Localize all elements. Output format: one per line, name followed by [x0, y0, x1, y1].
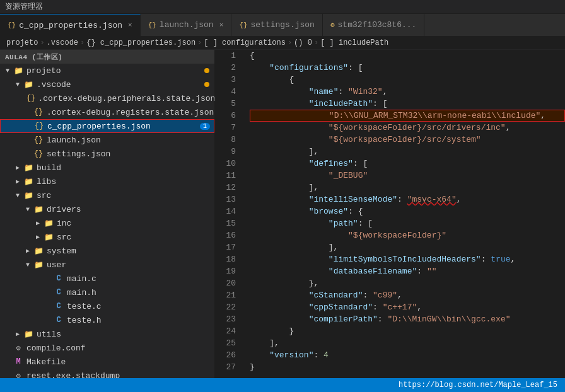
code-text: ], [250, 337, 279, 349]
folder-icon: 📁 [23, 191, 34, 200]
tree-label: .cortex-debug.peripherals.state.json [38, 94, 214, 103]
tree-item-cortex-peripherals[interactable]: ▶ {} .cortex-debug.peripherals.state.jso… [0, 91, 214, 105]
code-text: "limitSymbolsToIncludedHeaders": true, [250, 253, 515, 265]
code-text: ], [250, 182, 318, 193]
tree-item-utils[interactable]: ▶ 📁 utils [0, 327, 214, 341]
code-area[interactable]: 1 2 3 4 5 6 7 8 9 10 11 12 13 14 15 16 1… [214, 50, 565, 378]
top-bar-title: 资源管理器 [5, 1, 43, 12]
breadcrumb-part-3: {} c_cpp_properties.json [86, 38, 195, 47]
code-text: "version": 4 [250, 349, 329, 361]
tree-item-teste-c[interactable]: ▶ C teste.c [0, 299, 214, 313]
editor-area: 1 2 3 4 5 6 7 8 9 10 11 12 13 14 15 16 1… [214, 50, 565, 378]
tree-item-reset[interactable]: ▶ ⚙ reset.exe.stackdump [0, 369, 214, 378]
top-bar: 资源管理器 [0, 0, 565, 14]
tree-label: build [37, 163, 61, 173]
folder-icon: 📁 [43, 219, 54, 228]
code-line-18: "limitSymbolsToIncludedHeaders": true, [250, 253, 565, 265]
modified-badge: 1 [200, 123, 210, 130]
code-line-5: "includePath": [ [250, 98, 565, 110]
tree-label: settings.json [47, 149, 110, 159]
arrow-icon: ▼ [13, 81, 23, 88]
tree-label: teste.h [67, 316, 102, 325]
folder-icon: 📁 [43, 233, 54, 242]
breadcrumb-part-4: [ ] configurations [204, 38, 286, 47]
tree-item-system[interactable]: ▶ 📁 system [0, 244, 214, 258]
line-num-11: 11 [221, 170, 236, 182]
tree-item-src-inner[interactable]: ▶ 📁 src [0, 230, 214, 244]
tree-item-makefile[interactable]: ▶ M Makefile [0, 355, 214, 369]
code-text: "intelliSenseMode": "msvc-x64", [250, 193, 462, 205]
arrow-spacer: ▶ [3, 344, 13, 352]
code-text: ], [250, 241, 338, 253]
code-line-7: "${workspaceFolder}/src/drivers/inc", [250, 122, 565, 134]
sidebar-header-label: AULA4 (工作区) [5, 52, 62, 62]
tree-item-drivers[interactable]: ▼ 📁 drivers [0, 202, 214, 216]
tree-label: .cortex-debug.registers.state.json [47, 108, 214, 117]
code-text: "configurations": [ [250, 62, 363, 74]
tree-label: Makefile [26, 357, 66, 367]
code-line-2: "configurations": [ [250, 62, 565, 74]
modified-dot [204, 82, 209, 87]
code-line-13: "intelliSenseMode": "msvc-x64", [250, 193, 565, 205]
tree-item-inc[interactable]: ▶ 📁 inc [0, 216, 214, 230]
line-num-24: 24 [221, 325, 236, 337]
line-num-15: 15 [221, 217, 236, 229]
arrow-spacer: ▶ [43, 289, 53, 296]
tab-close-c-cpp[interactable]: × [128, 21, 132, 29]
arrow-icon: ▶ [33, 219, 43, 227]
tab-icon-c-cpp: {} [8, 21, 16, 29]
tree-item-libs[interactable]: ▶ 📁 libs [0, 175, 214, 188]
tab-c-cpp[interactable]: {} c_cpp_properties.json × [0, 14, 141, 36]
tab-close-launch[interactable]: × [219, 21, 224, 29]
tab-stm32[interactable]: ⚙ stm32f103c8t6... [323, 14, 424, 36]
tree-label: compile.conf [26, 343, 86, 353]
tree-label: libs [37, 177, 56, 187]
line-num-16: 16 [221, 229, 236, 241]
tree-item-main-h[interactable]: ▶ C main.h [0, 285, 214, 299]
code-content: { "configurations": [ { "name": "Win32", [243, 50, 565, 378]
code-line-27: } [250, 361, 565, 373]
line-num-21: 21 [221, 289, 236, 301]
tree-item-user[interactable]: ▼ 📁 user [0, 258, 214, 272]
tab-launch[interactable]: {} launch.json × [141, 14, 232, 36]
tree-label: system [47, 246, 76, 256]
line-num-26: 26 [221, 349, 236, 361]
tree-item-compile[interactable]: ▶ ⚙ compile.conf [0, 341, 214, 355]
arrow-spacer: ▶ [43, 316, 53, 324]
line-num-19: 19 [221, 265, 236, 277]
tree-label: projeto [26, 66, 61, 76]
json-icon: {} [33, 108, 44, 117]
code-line-16: "${workspaceFolder}" [250, 229, 565, 241]
breadcrumb-sep-5: › [314, 38, 318, 47]
line-num-3: 3 [221, 74, 236, 86]
sidebar-header: AULA4 (工作区) [0, 50, 214, 64]
tree-item-cortex-registers[interactable]: ▶ {} .cortex-debug.registers.state.json [0, 105, 214, 119]
tab-icon-settings: {} [239, 21, 247, 29]
code-line-14: "browse": { [250, 205, 565, 217]
arrow-spacer: ▶ [23, 150, 33, 158]
arrow-icon: ▶ [33, 233, 43, 241]
tab-bar: {} c_cpp_properties.json × {} launch.jso… [0, 14, 565, 36]
arrow-icon: ▼ [23, 206, 33, 213]
tree-item-c-cpp-properties[interactable]: ▶ {} c_cpp_properties.json 1 [0, 119, 214, 133]
arrow-icon: ▼ [13, 192, 23, 199]
arrow-icon: ▼ [3, 67, 13, 74]
tree-item-build[interactable]: ▶ 📁 build [0, 161, 214, 175]
breadcrumb: projeto › .vscode › {} c_cpp_properties.… [0, 36, 565, 50]
code-line-11: "_DEBUG" [250, 170, 565, 182]
code-line-19: "databaseFilename": "" [250, 265, 565, 277]
tree-item-settings[interactable]: ▶ {} settings.json [0, 147, 214, 161]
code-line-10: "defines": [ [250, 158, 565, 170]
tree-item-main-c[interactable]: ▶ C main.c [0, 272, 214, 285]
tree-item-launch[interactable]: ▶ {} launch.json [0, 133, 214, 147]
tree-item-src[interactable]: ▼ 📁 src [0, 188, 214, 202]
tree-item-projeto[interactable]: ▼ 📁 projeto [0, 64, 214, 78]
tree-item-teste-h[interactable]: ▶ C teste.h [0, 313, 214, 327]
tab-settings[interactable]: {} settings.json [231, 14, 323, 36]
code-text: "${workspaceFolder}/src/system" [250, 134, 481, 146]
code-line-24: } [250, 325, 565, 337]
folder-icon: 📁 [23, 163, 34, 173]
json-icon: {} [33, 135, 44, 144]
tree-item-vscode[interactable]: ▼ 📁 .vscode [0, 78, 214, 91]
tree-label: reset.exe.stackdump [26, 371, 120, 379]
